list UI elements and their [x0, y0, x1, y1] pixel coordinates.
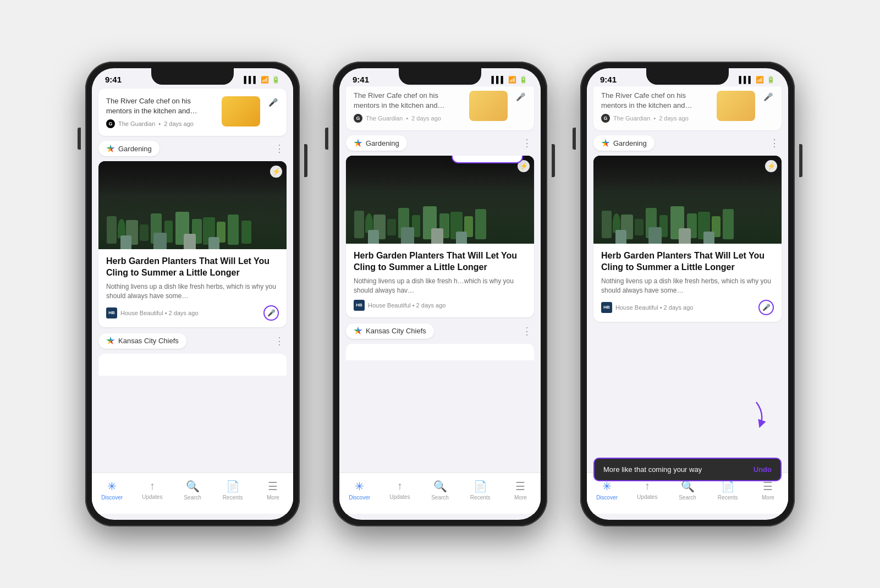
updates-icon-3: ↑	[645, 480, 650, 492]
battery-icon-3: 🔋	[767, 76, 775, 84]
kc-chip-2[interactable]: Kansas City Chiefs	[346, 323, 434, 339]
nav-search-1[interactable]: 🔍 Search	[172, 477, 212, 503]
kc-label-1: Kansas City Chiefs	[118, 337, 179, 345]
toast-bar-3: More like that coming your way Undo	[593, 458, 782, 481]
topic-more-dots-2[interactable]: ⋮	[520, 135, 534, 151]
screen-content-2: The River Cafe chef on his mentors in th…	[339, 86, 541, 514]
search-icon-1: 🔍	[186, 480, 200, 493]
guardian-sep-3: •	[653, 115, 656, 122]
bottom-nav-2: ✳ Discover ↑ Updates 🔍 Search 📄 Recents	[339, 472, 541, 514]
topic-more-dots-1[interactable]: ⋮	[272, 140, 287, 157]
more-icon-2: ☰	[515, 480, 525, 493]
mic-button-2[interactable]: 🎤	[514, 91, 526, 103]
gardening-label-3: Gardening	[613, 139, 647, 147]
hb-source-2: House Beautiful • 2 days ago	[368, 302, 446, 309]
search-label-3: Search	[679, 494, 696, 501]
guardian-source-3: The Guardian	[613, 115, 650, 122]
search-icon-2: 🔍	[433, 480, 447, 493]
search-label-1: Search	[184, 494, 201, 501]
updates-label-2: Updates	[389, 494, 410, 500]
hb-source-3: House Beautiful • 2 days ago	[615, 304, 693, 311]
kc-more-dots-1[interactable]: ⋮	[272, 333, 287, 349]
nav-updates-2[interactable]: ↑ Updates	[380, 477, 420, 503]
kc-label-2: Kansas City Chiefs	[366, 327, 426, 335]
gardening-card-body-2: Herb Garden Planters That Will Let You C…	[346, 244, 534, 317]
signal-icon-3: ▌▌▌	[739, 76, 753, 84]
nav-discover-2[interactable]: ✳ Discover	[339, 477, 380, 503]
partial-article-card-3: The River Cafe chef on his mentors in th…	[593, 86, 782, 130]
feedback-btn-1[interactable]: 🎤	[263, 305, 279, 321]
phone-screen-1: 9:41 ▌▌▌ 📶 🔋 The River Cafe chef on his …	[92, 68, 293, 520]
status-time-2: 9:41	[353, 75, 369, 84]
guardian-icon-2: G	[354, 114, 362, 123]
gardening-topic-row-1: Gardening ⋮	[98, 140, 287, 157]
hb-logo-1: HB House Beautiful • 2 days ago	[106, 307, 198, 318]
arrow-svg-3	[740, 399, 773, 432]
plants-image-2	[346, 156, 534, 244]
more-label-2: More	[514, 494, 527, 501]
article-thumbnail-1	[222, 96, 260, 127]
partial-article-text-3: The River Cafe chef on his mentors in th…	[601, 91, 710, 123]
hb-logo-2: HB House Beautiful • 2 days ago	[354, 300, 446, 311]
phone-frame-2: 9:41 ▌▌▌ 📶 🔋 The River Cafe chef on his …	[333, 62, 547, 526]
status-icons-3: ▌▌▌ 📶 🔋	[739, 76, 775, 84]
kc-star-icon-1	[106, 337, 115, 345]
plants-image-3	[593, 156, 782, 244]
popup-less-item-2[interactable]: Less	[453, 156, 522, 162]
nav-recents-1[interactable]: 📄 Recents	[213, 477, 253, 503]
hb-source-1: House Beautiful • 2 days ago	[120, 310, 198, 316]
signal-icon-2: ▌▌▌	[491, 76, 505, 84]
herb-card-desc-2: Nothing livens up a dish like fresh h…wh…	[354, 277, 526, 295]
nav-more-1[interactable]: ☰ More	[253, 477, 293, 503]
battery-icon-2: 🔋	[519, 76, 527, 84]
article-thumbnail-3	[717, 91, 755, 121]
mic-button-1[interactable]: 🎤	[267, 96, 279, 108]
partial-article-card-2: The River Cafe chef on his mentors in th…	[346, 86, 534, 130]
gardening-chip-2[interactable]: Gardening	[346, 135, 407, 151]
gardening-big-card-2: ⚡ Herb Garden Planters That Will Let You…	[346, 156, 534, 317]
notch-2	[399, 68, 481, 85]
discover-label-2: Discover	[349, 494, 370, 501]
wifi-icon-3: 📶	[756, 76, 764, 84]
partial-article-title-2: The River Cafe chef on his mentors in th…	[354, 91, 463, 111]
gardening-card-image-2: ⚡	[346, 156, 534, 244]
gardening-big-card-3: ⚡ Herb Garden Planters That Will Let You…	[593, 156, 782, 321]
popup-menu-2: More Less	[452, 156, 523, 163]
toast-undo-btn-3[interactable]: Undo	[754, 465, 772, 474]
status-time-1: 9:41	[105, 75, 122, 84]
nav-discover-1[interactable]: ✳ Discover	[92, 477, 132, 503]
wifi-icon-1: 📶	[261, 76, 269, 84]
bottom-partial-card-1	[98, 354, 287, 376]
mic-button-3[interactable]: 🎤	[762, 91, 774, 103]
herb-card-title-2: Herb Garden Planters That Will Let You C…	[354, 250, 526, 273]
feedback-btn-3[interactable]: 🎤	[758, 300, 774, 315]
guardian-source-2: The Guardian	[366, 115, 403, 122]
nav-search-2[interactable]: 🔍 Search	[420, 477, 460, 503]
kc-more-dots-2[interactable]: ⋮	[520, 323, 534, 339]
gardening-label-1: Gardening	[118, 145, 152, 153]
toast-text-3: More like that coming your way	[603, 465, 702, 474]
plants-image-1	[98, 161, 287, 249]
partial-article-text-2: The River Cafe chef on his mentors in th…	[354, 91, 463, 123]
guardian-source-1: The Guardian	[118, 120, 155, 127]
nav-more-2[interactable]: ☰ More	[501, 477, 541, 503]
gardening-chip-1[interactable]: Gardening	[98, 141, 160, 156]
discover-icon-2: ✳	[355, 480, 364, 493]
recents-icon-2: 📄	[474, 480, 487, 493]
feedback-icon-1: 🎤	[267, 309, 276, 317]
topic-more-dots-3[interactable]: ⋮	[767, 135, 782, 151]
gardening-topic-row-3: Gardening ⋮	[593, 135, 782, 151]
recents-icon-3: 📄	[721, 480, 735, 493]
gardening-chip-3[interactable]: Gardening	[593, 135, 654, 151]
herb-card-title-3: Herb Garden Planters That Will Let You C…	[601, 250, 774, 273]
arrow-annotation-3	[740, 399, 773, 435]
gardening-topic-row-2: Gardening ⋮	[346, 135, 534, 151]
kc-chip-1[interactable]: Kansas City Chiefs	[98, 333, 186, 349]
more-label-1: More	[267, 494, 279, 501]
updates-icon-2: ↑	[397, 480, 403, 492]
herb-card-desc-3: Nothing livens up a dish like fresh herb…	[601, 277, 774, 295]
nav-recents-2[interactable]: 📄 Recents	[460, 477, 501, 503]
screen-content-3: The River Cafe chef on his mentors in th…	[587, 86, 788, 514]
search-label-2: Search	[431, 494, 449, 501]
nav-updates-1[interactable]: ↑ Updates	[132, 477, 172, 503]
